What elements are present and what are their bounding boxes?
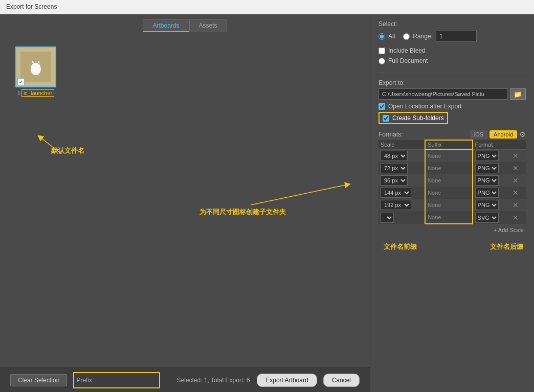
all-radio[interactable]	[379, 33, 385, 40]
formats-section: Formats: iOS Android ⚙ Scale Suffix Form…	[379, 128, 526, 236]
format-select[interactable]: PNG	[475, 200, 499, 210]
format-select[interactable]: PNG	[475, 163, 499, 173]
scale-cell	[379, 211, 425, 224]
open-location-label: Open Location after Export	[388, 103, 461, 110]
formats-row: 72 px PNG ✕	[379, 162, 526, 174]
range-label: Range:	[413, 33, 433, 40]
format-cell: SVG	[473, 211, 510, 224]
artboard-checkbox[interactable]	[17, 78, 25, 85]
select-label: Select:	[379, 20, 526, 28]
scale-select[interactable]	[381, 213, 394, 223]
remove-row-button[interactable]: ✕	[511, 152, 520, 160]
remove-row-button[interactable]: ✕	[511, 201, 520, 209]
scale-select[interactable]: 192 px	[381, 200, 411, 210]
formats-table: Scale Suffix Format 48 px PNG	[379, 140, 526, 224]
suffix-input[interactable]	[428, 200, 458, 210]
artboard-item[interactable]: 1 ic_launcher	[15, 47, 56, 97]
browse-folder-button[interactable]: 📁	[510, 88, 526, 100]
format-select[interactable]: PNG	[475, 151, 499, 161]
remove-cell: ✕	[509, 174, 526, 187]
remove-cell: ✕	[509, 211, 526, 224]
format-cell: PNG	[473, 199, 510, 211]
format-select[interactable]: PNG	[475, 175, 499, 186]
include-bleed-row: Include Bleed	[379, 47, 526, 54]
artboard-thumbnail[interactable]	[15, 47, 56, 87]
formats-row: 48 px PNG ✕	[379, 149, 526, 162]
bottom-bar: Clear Selection Prefix: Selected: 1, Tot…	[0, 367, 370, 392]
remove-row-button[interactable]: ✕	[511, 189, 520, 197]
format-column-header: Format	[473, 140, 510, 149]
remove-row-button[interactable]: ✕	[511, 176, 520, 185]
left-panel: Artboards Assets	[0, 14, 370, 392]
prefix-label: Prefix:	[76, 377, 94, 384]
platform-buttons: iOS Android ⚙	[470, 130, 526, 139]
title-bar: Export for Screens	[0, 0, 534, 14]
select-section: Select: All Range: Include Bleed Full Do…	[379, 20, 526, 66]
artboard-number: 1	[17, 90, 20, 96]
folder-icon: 📁	[514, 90, 522, 98]
create-subfolders-label: Create Sub-folders	[392, 114, 444, 122]
remove-row-button[interactable]: ✕	[511, 164, 520, 172]
create-subfolders-highlighted: Create Sub-folders	[379, 112, 526, 124]
format-cell: PNG	[473, 149, 510, 162]
scale-select[interactable]: 48 px	[381, 151, 408, 161]
open-location-row: Open Location after Export	[379, 103, 526, 110]
suffix-column-header: Suffix	[425, 140, 472, 149]
scale-cell: 72 px	[379, 162, 425, 174]
create-subfolders-checkbox[interactable]	[383, 115, 389, 122]
export-artboard-button[interactable]: Export Artboard	[257, 374, 317, 387]
suffix-cell	[425, 199, 472, 211]
svg-point-5	[38, 61, 40, 63]
suffix-input[interactable]	[428, 175, 458, 186]
format-cell: PNG	[473, 187, 510, 199]
suffix-input[interactable]	[428, 212, 458, 222]
add-scale-row: + Add Scale	[379, 224, 526, 236]
scale-select[interactable]: 72 px	[381, 163, 408, 173]
full-document-radio[interactable]	[379, 58, 385, 64]
tab-assets[interactable]: Assets	[189, 19, 227, 32]
android-button[interactable]: Android	[490, 130, 517, 139]
prefix-container: Prefix:	[73, 372, 160, 388]
suffix-input[interactable]	[428, 188, 458, 198]
format-cell: PNG	[473, 174, 510, 187]
svg-point-4	[32, 61, 34, 63]
svg-line-8	[40, 137, 61, 154]
full-document-row: Full Document	[379, 57, 526, 64]
clear-selection-button[interactable]: Clear Selection	[10, 374, 67, 386]
tab-artboards[interactable]: Artboards	[143, 19, 189, 32]
right-panel: Select: All Range: Include Bleed Full Do…	[370, 14, 534, 392]
annotation-file-prefix: 文件名前缀	[384, 242, 417, 251]
annotation-default-filename: 默认文件名	[51, 146, 84, 155]
suffix-input[interactable]	[428, 151, 458, 161]
ios-button[interactable]: iOS	[470, 130, 487, 139]
all-radio-row: All	[379, 33, 395, 40]
range-radio[interactable]	[403, 33, 410, 40]
export-path-input[interactable]	[379, 88, 508, 100]
cancel-button[interactable]: Cancel	[323, 374, 360, 387]
svg-line-10	[251, 185, 348, 205]
annotation-file-suffix: 文件名后缀	[490, 242, 523, 251]
format-select[interactable]: PNG	[475, 188, 499, 198]
add-scale-button[interactable]: + Add Scale	[494, 227, 524, 233]
scale-select[interactable]: 144 px	[381, 188, 411, 198]
artboard-name: ic_launcher	[21, 89, 54, 97]
artboard-icon	[26, 57, 46, 77]
remove-cell: ✕	[509, 199, 526, 211]
include-bleed-checkbox[interactable]	[379, 48, 385, 54]
remove-row-button[interactable]: ✕	[511, 214, 520, 222]
suffix-cell	[425, 187, 472, 199]
formats-label: Formats:	[379, 131, 403, 138]
annotation-space: 文件名前缀 文件名后缀	[379, 240, 526, 270]
open-location-checkbox[interactable]	[379, 103, 385, 110]
prefix-input[interactable]	[96, 374, 157, 387]
settings-gear-button[interactable]: ⚙	[519, 130, 526, 139]
format-select[interactable]: SVG	[475, 213, 499, 223]
scale-select[interactable]: 96 px	[381, 175, 408, 186]
select-radio-group: All Range:	[379, 31, 526, 44]
suffix-input[interactable]	[428, 163, 458, 173]
range-input[interactable]	[436, 31, 477, 42]
formats-row: 144 px PNG ✕	[379, 187, 526, 199]
create-subfolders-row: Create Sub-folders	[379, 112, 448, 124]
scale-cell: 48 px	[379, 149, 425, 162]
suffix-cell	[425, 174, 472, 187]
